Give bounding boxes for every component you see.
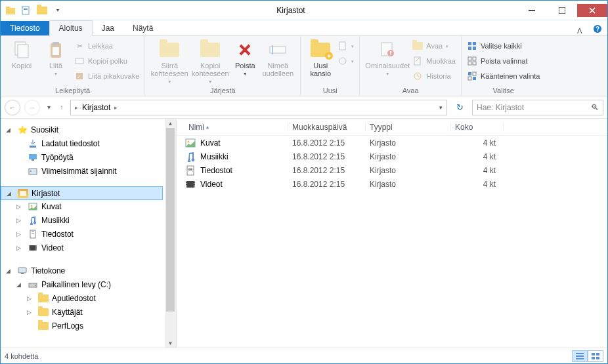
select-all-button[interactable]: Valitse kaikki	[467, 39, 540, 52]
back-button[interactable]: ←	[5, 100, 20, 115]
search-input[interactable]: Hae: Kirjastot 🔍︎	[472, 100, 603, 115]
open-button[interactable]: Avaa ▾	[412, 39, 456, 52]
scroll-up-icon[interactable]: ▲	[165, 119, 176, 128]
breadcrumb[interactable]: Kirjastot	[81, 103, 112, 112]
up-button[interactable]: ↑	[57, 100, 66, 115]
tab-home[interactable]: Aloitus	[49, 20, 93, 36]
copy-to-button[interactable]: Kopioi kohteeseen ▼	[190, 38, 230, 85]
chevron-right-icon[interactable]: ▸	[75, 104, 78, 111]
item-modified: 16.8.2012 2:15	[292, 180, 370, 189]
col-name[interactable]: Nimi ▴	[185, 123, 288, 132]
tree-local-disk[interactable]: ◢ Paikallinen levy (C:)	[1, 277, 163, 291]
svg-rect-34	[468, 72, 471, 75]
maximize-button[interactable]	[547, 4, 577, 17]
select-none-button[interactable]: Poista valinnat	[467, 54, 540, 68]
forward-button[interactable]: →	[24, 100, 40, 115]
svg-rect-72	[596, 353, 599, 355]
tree-users[interactable]: ▷ Käyttäjät	[1, 305, 163, 319]
svg-rect-32	[468, 62, 471, 65]
history-button[interactable]: Historia	[412, 70, 456, 83]
address-bar[interactable]: ▸ Kirjastot ▸ ▾	[70, 100, 447, 115]
svg-rect-66	[194, 182, 195, 183]
folder-icon	[37, 293, 49, 304]
help-icon[interactable]: ?	[588, 24, 607, 35]
tree-music[interactable]: ▷ Musiikki	[1, 213, 163, 227]
tab-view[interactable]: Näytä	[123, 21, 162, 35]
invert-selection-button[interactable]: Käänteinen valinta	[467, 70, 540, 83]
folder-icon	[37, 320, 49, 332]
svg-rect-59	[188, 169, 192, 170]
tree-computer[interactable]: ◢ Tietokone	[1, 264, 163, 277]
col-size[interactable]: Koko	[451, 123, 504, 132]
qat-newfolder-icon[interactable]	[35, 4, 49, 17]
svg-rect-1	[6, 7, 10, 9]
svg-rect-37	[473, 77, 476, 80]
folder-icon	[37, 306, 49, 318]
minimize-button[interactable]	[517, 4, 547, 17]
item-size: 4 kt	[455, 138, 508, 148]
tree-libraries[interactable]: ◢ Kirjastot	[1, 186, 163, 200]
rename-button[interactable]: Nimeä uudelleen	[259, 38, 296, 77]
chevron-right-icon[interactable]: ▸	[114, 104, 118, 111]
tree-videos[interactable]: ▷ Videot	[1, 241, 163, 254]
navigation-bar: ← → ▾ ↑ ▸ Kirjastot ▸ ▾ ↻ Hae: Kirjastot…	[1, 96, 607, 119]
tree-pictures[interactable]: ▷ Kuvat	[1, 199, 163, 213]
tree-aputiedostot[interactable]: ▷ Aputiedostot	[1, 291, 163, 305]
nav-scrollbar[interactable]: ▲ ▼	[165, 119, 176, 348]
list-item[interactable]: Musiikki16.8.2012 2:15Kirjasto4 kt	[177, 150, 607, 163]
easy-access-button[interactable]: ▾	[337, 54, 354, 68]
tree-recent[interactable]: Viimeisimmät sijainnit	[1, 164, 163, 178]
svg-rect-70	[576, 358, 584, 359]
collapse-ribbon-icon[interactable]: ᐱ	[572, 27, 588, 35]
new-folder-icon: ✦	[310, 39, 331, 60]
svg-rect-26	[468, 42, 471, 45]
new-folder-button[interactable]: ✦ Uusi kansio	[305, 38, 336, 77]
svg-rect-38	[30, 146, 36, 148]
col-modified[interactable]: Muokkauspäivä	[288, 123, 366, 132]
tree-downloads[interactable]: Ladatut tiedostot	[1, 136, 163, 150]
copy-path-button[interactable]: Kopioi polku	[74, 54, 139, 68]
icons-view-button[interactable]	[588, 350, 603, 362]
app-icon	[3, 4, 18, 17]
address-dropdown-icon[interactable]: ▾	[437, 104, 445, 111]
tree-favorites[interactable]: ◢ ⭐ Suosikit	[1, 123, 163, 136]
svg-rect-30	[468, 57, 471, 60]
close-button[interactable]	[577, 4, 607, 17]
tree-documents[interactable]: ▷ Tiedostot	[1, 227, 163, 241]
qat-dropdown-icon[interactable]: ▾	[51, 4, 65, 17]
tree-desktop[interactable]: Työpöytä	[1, 150, 163, 164]
properties-button[interactable]: Ominaisuudet ▼	[364, 38, 411, 77]
svg-rect-45	[30, 230, 35, 238]
file-list: Nimi ▴ Muokkauspäivä Tyyppi Koko Kuvat16…	[177, 119, 607, 348]
title-bar: ▾ Kirjastot	[1, 1, 607, 20]
window-title: Kirjastot	[65, 6, 517, 15]
tree-perflogs[interactable]: PerfLogs	[1, 319, 163, 333]
copy-button[interactable]: Kopioi	[5, 38, 39, 70]
item-name: Musiikki	[200, 152, 292, 161]
refresh-button[interactable]: ↻	[451, 100, 468, 115]
paste-label: Liitä	[49, 62, 62, 70]
libraries-icon	[17, 188, 29, 199]
scroll-thumb[interactable]	[166, 128, 175, 312]
qat-properties-icon[interactable]	[19, 4, 33, 17]
paste-shortcut-button[interactable]: Liitä pikakuvake	[74, 70, 139, 83]
documents-icon	[27, 228, 39, 240]
svg-rect-74	[596, 357, 599, 359]
details-view-button[interactable]	[572, 350, 588, 362]
move-to-button[interactable]: Siirrä kohteeseen ▼	[149, 38, 190, 85]
new-item-button[interactable]: ▾	[337, 39, 354, 52]
paste-button[interactable]: Liitä ▼	[39, 38, 73, 77]
recent-locations-button[interactable]: ▾	[44, 100, 53, 115]
cut-button[interactable]: ✂ Leikkaa	[74, 39, 139, 52]
list-item[interactable]: Kuvat16.8.2012 2:15Kirjasto4 kt	[177, 136, 607, 150]
svg-rect-60	[188, 171, 192, 171]
edit-button[interactable]: Muokkaa	[412, 54, 456, 68]
col-type[interactable]: Tyyppi	[366, 123, 451, 132]
list-item[interactable]: Videot16.8.2012 2:15Kirjasto4 kt	[177, 177, 607, 191]
desktop-icon	[27, 152, 39, 163]
tab-file[interactable]: Tiedosto	[1, 21, 49, 35]
delete-button[interactable]: Poista ▼	[230, 38, 259, 77]
scroll-down-icon[interactable]: ▼	[165, 338, 176, 348]
list-item[interactable]: Tiedostot16.8.2012 2:15Kirjasto4 kt	[177, 163, 607, 177]
tab-share[interactable]: Jaa	[93, 21, 123, 35]
